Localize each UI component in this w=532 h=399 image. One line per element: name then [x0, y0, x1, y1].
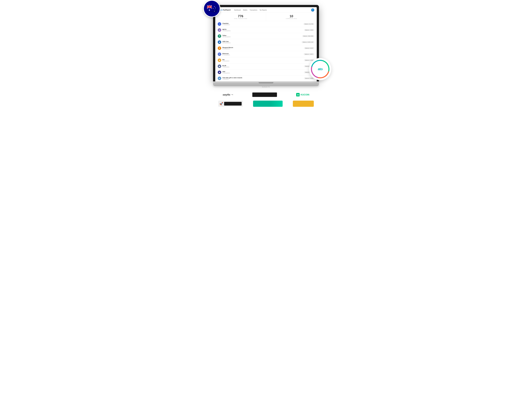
- ato-logo-overlay: ato: [309, 58, 331, 80]
- kucoin-text: KUCOIN: [301, 94, 309, 96]
- australia-flag-overlay: 🇦🇺: [203, 0, 221, 17]
- currency-balance: Balance: 1.8262: [304, 29, 314, 31]
- currencies-held-number: 10: [267, 14, 316, 18]
- currency-info: Dai8 transactions: [222, 59, 304, 62]
- currency-item[interactable]: ◈CRV11 transactionsBalance: 0.0000: [215, 69, 317, 75]
- currency-icon: ◉: [218, 64, 221, 68]
- swyftx-text: swyftx: [223, 93, 230, 96]
- currency-name: USD Coin: [222, 41, 302, 42]
- currency-txns: 624 transactions: [222, 42, 302, 44]
- currency-txns: 67 transactions: [222, 54, 304, 56]
- nav-links: Dashboard Wallets Transactions Tax Repor…: [234, 9, 267, 11]
- currency-info: Chainlink37 transactions: [222, 23, 304, 25]
- currency-name: Visit wbtc.gift to claim rewards: [222, 77, 304, 78]
- currency-item[interactable]: ◈USD Coin624 transactionsBalance: 22405.…: [215, 39, 317, 45]
- currency-txns: 179 transactions: [222, 30, 304, 32]
- currency-txns: 7 transactions: [222, 66, 304, 68]
- yellow-logo-bar: [293, 101, 314, 107]
- currency-icon: ₿: [218, 46, 221, 50]
- currency-icon: ₮: [218, 34, 221, 38]
- laptop-screen: CryptoTaxReport Dashboard Wallets Transa…: [215, 7, 317, 81]
- currency-info: Wrapped Bitcoin33 transactions: [222, 47, 304, 50]
- currency-item[interactable]: ΞEthereum67 transactionsBalance: -0.0971: [215, 51, 317, 57]
- currency-info: Ethereum67 transactions: [222, 53, 304, 56]
- currency-list: ⬡Chainlink37 transactionsBalance: 32.473…: [215, 21, 317, 81]
- rocket-bar-redacted: [224, 102, 242, 106]
- currency-balance: Balance: 0.0000: [304, 77, 314, 79]
- total-transactions-number: 776: [216, 14, 265, 18]
- laptop-bezel: CryptoTaxReport Dashboard Wallets Transa…: [213, 5, 319, 81]
- currency-balance: Balance: 22405.1105: [302, 41, 314, 43]
- laptop-base: [213, 81, 319, 84]
- currency-item[interactable]: ⬡Chainlink37 transactionsBalance: 32.473…: [215, 21, 317, 27]
- currencies-held-label: CURRENCIES HELD: [267, 18, 316, 19]
- currencies-held-cell: 10 CURRENCIES HELD: [266, 13, 317, 21]
- currency-icon: Ξ: [218, 52, 221, 56]
- currency-item[interactable]: ◎WETH179 transactionsBalance: 1.8262: [215, 27, 317, 33]
- currency-txns: 318 transactions: [222, 36, 302, 38]
- currency-balance: Balance: 3382.2906: [302, 35, 314, 37]
- total-transactions-label: TOTAL TRANSACTIONS: [216, 18, 265, 19]
- currency-txns: 33 transactions: [222, 48, 304, 50]
- macbook-label: MacBook Pro: [213, 86, 319, 88]
- rocket-logo: 🚀: [218, 101, 243, 107]
- currency-txns: 11 transactions: [222, 72, 304, 74]
- currency-icon: ◈: [218, 70, 221, 74]
- logos-row-1: swyftx ⤳ ◆ KUCOIN: [213, 93, 319, 97]
- currency-balance: Balance: 0.0197: [304, 47, 314, 49]
- logos-row-2: 🚀: [213, 101, 319, 107]
- currency-icon: ⬡: [218, 22, 221, 26]
- nav-tax-reports[interactable]: Tax Reports: [260, 9, 267, 11]
- currency-info: CRV11 transactions: [222, 71, 304, 74]
- kucoin-logo: ◆ KUCOIN: [296, 93, 309, 96]
- currency-name: WETH: [222, 29, 304, 30]
- ato-ring-container: ato: [311, 60, 329, 78]
- swyftx-arrow-icon: ⤳: [231, 93, 233, 96]
- currency-balance: Balance: -0.0971: [304, 53, 314, 55]
- stats-bar: 776 TOTAL TRANSACTIONS 10 CURRENCIES HEL…: [215, 13, 317, 21]
- currency-name: Wrapped Bitcoin: [222, 47, 304, 48]
- nav-wallets[interactable]: Wallets: [243, 9, 247, 11]
- currency-item[interactable]: ₿Wrapped Bitcoin33 transactionsBalance: …: [215, 45, 317, 51]
- flag-emoji: 🇦🇺: [207, 4, 217, 14]
- currency-info: Tether318 transactions: [222, 35, 302, 38]
- logos-section: swyftx ⤳ ◆ KUCOIN 🚀: [213, 93, 319, 110]
- laptop-wrapper: CryptoTaxReport Dashboard Wallets Transa…: [213, 5, 319, 88]
- currency-icon: ◈: [218, 40, 221, 44]
- currency-name: BLUR: [222, 65, 304, 66]
- currency-balance: Balance: 32.4736: [304, 23, 314, 25]
- logo-plain: TaxReport: [223, 9, 231, 11]
- currency-info: Visit wbtc.gift to claim rewards1 transa…: [222, 77, 304, 80]
- currency-item[interactable]: ₮Tether318 transactionsBalance: 3382.290…: [215, 33, 317, 39]
- teal-logo-bar: [253, 101, 283, 107]
- swyftx-logo: swyftx ⤳: [223, 93, 233, 96]
- nav-dashboard[interactable]: Dashboard: [234, 9, 241, 11]
- currency-name: CRV: [222, 71, 304, 72]
- currency-info: BLUR7 transactions: [222, 65, 304, 68]
- laptop-notch: [259, 82, 273, 83]
- currency-icon: ◈: [218, 58, 221, 62]
- currency-name: Tether: [222, 35, 302, 36]
- currency-info: USD Coin624 transactions: [222, 41, 302, 44]
- currency-item[interactable]: ◉BLUR7 transactionsBalance: 0.0000: [215, 63, 317, 69]
- currency-item[interactable]: ◎Visit wbtc.gift to claim rewards1 trans…: [215, 75, 317, 81]
- nav-transactions[interactable]: Transactions: [250, 9, 257, 11]
- globe-icon[interactable]: 🌐: [311, 8, 314, 12]
- laptop-stand: [213, 84, 319, 86]
- rocket-icon: 🚀: [219, 102, 223, 105]
- currency-icon: ◎: [218, 28, 221, 32]
- currency-txns: 1 transaction: [222, 78, 304, 80]
- app-navbar: CryptoTaxReport Dashboard Wallets Transa…: [215, 7, 317, 13]
- currency-item[interactable]: ◈Dai8 transactionsBalance: 0.0000: [215, 57, 317, 63]
- currency-name: Chainlink: [222, 23, 304, 24]
- total-transactions-cell: 776 TOTAL TRANSACTIONS: [215, 13, 266, 21]
- currency-name: Ethereum: [222, 53, 304, 54]
- redacted-logo-1: [252, 93, 277, 97]
- currency-txns: 8 transactions: [222, 60, 304, 62]
- currency-txns: 37 transactions: [222, 24, 304, 25]
- currency-icon: ◎: [218, 76, 221, 80]
- currency-name: Dai: [222, 59, 304, 60]
- currency-info: WETH179 transactions: [222, 29, 304, 32]
- kucoin-icon: ◆: [296, 93, 300, 96]
